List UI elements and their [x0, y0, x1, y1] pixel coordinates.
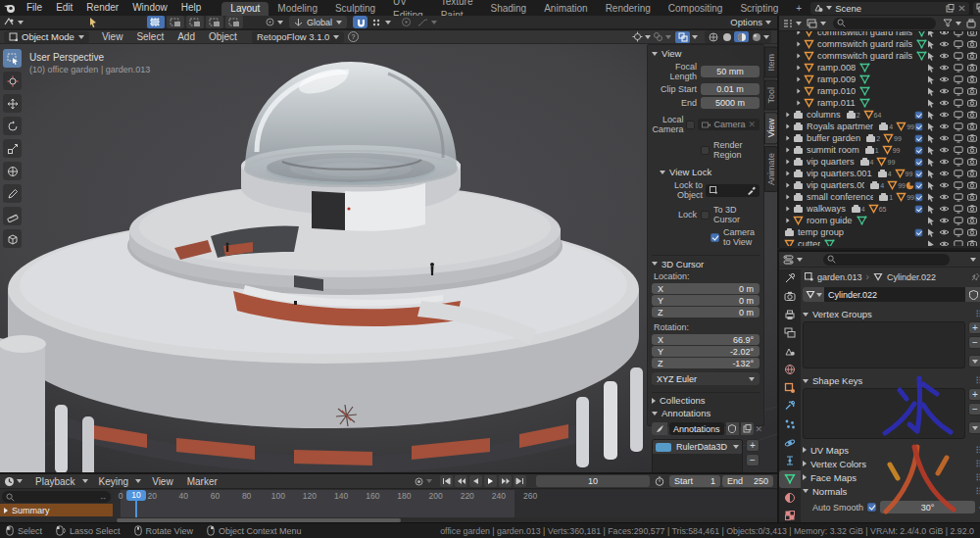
disable-viewport-icon[interactable] — [954, 240, 963, 247]
fake-user-icon[interactable] — [726, 422, 739, 435]
viewport-menu-object[interactable]: Object — [202, 30, 244, 44]
disable-viewport-icon[interactable] — [954, 170, 963, 178]
timeline-ruler[interactable]: 020406080100120140160180200220240260 — [113, 490, 777, 502]
hide-eye-icon[interactable] — [939, 170, 950, 177]
selectable-icon[interactable] — [927, 122, 935, 131]
disable-render-icon[interactable] — [967, 205, 977, 213]
playhead-line[interactable]: 10 — [135, 490, 137, 517]
outliner-item-label[interactable]: ramp.010 — [817, 86, 856, 96]
cursor-rotation-x-field[interactable]: X66.9° — [652, 334, 760, 345]
disable-render-icon[interactable] — [967, 170, 977, 177]
properties-tab-output[interactable] — [779, 306, 801, 323]
outliner-row[interactable]: buffer garden299 — [779, 132, 980, 144]
disable-render-icon[interactable] — [967, 134, 977, 142]
outliner-row[interactable]: commswitch guard rails.014 — [779, 50, 980, 62]
timeline-track-area[interactable]: 020406080100120140160180200220240260 10 — [113, 490, 777, 517]
outliner-item-label[interactable]: vip quarters.002 — [807, 180, 864, 190]
expand-icon[interactable] — [786, 124, 789, 129]
new-collection-icon[interactable] — [966, 19, 977, 28]
disable-render-icon[interactable] — [967, 111, 977, 119]
chevron-down-icon[interactable] — [692, 35, 698, 39]
workspace-tab-modeling[interactable]: Modeling — [269, 2, 326, 16]
outliner-row[interactable]: room guide — [779, 215, 980, 226]
tool-transform-button[interactable] — [3, 162, 22, 180]
disable-render-icon[interactable] — [967, 75, 977, 83]
outliner-item-label[interactable]: temp group — [798, 227, 844, 237]
disable-viewport-icon[interactable] — [954, 228, 963, 237]
annotation-datablock-icon[interactable] — [652, 422, 667, 435]
chevron-down-icon[interactable] — [796, 22, 802, 25]
expand-icon[interactable] — [797, 77, 800, 82]
menu-file[interactable]: File — [20, 0, 49, 16]
menu-edit[interactable]: Edit — [49, 0, 79, 16]
chevron-down-icon[interactable] — [426, 479, 432, 483]
view-layer-selector[interactable]: View Layer ✕ — [973, 2, 980, 15]
disable-viewport-icon[interactable] — [954, 64, 963, 73]
workspace-tab-animation[interactable]: Animation — [535, 2, 596, 16]
remove-shape-key-button[interactable]: − — [968, 403, 980, 416]
properties-tab-render[interactable] — [779, 288, 801, 306]
hide-eye-icon[interactable] — [939, 134, 950, 142]
outliner-item-label[interactable]: summit room — [807, 145, 859, 155]
timeline-menu-view[interactable]: View — [145, 474, 180, 489]
properties-tab-physics[interactable] — [779, 434, 801, 452]
properties-tab-scene[interactable] — [779, 343, 801, 361]
xray-toggle-icon[interactable] — [675, 31, 690, 43]
jump-to-start-button[interactable] — [440, 475, 453, 487]
disable-viewport-icon[interactable] — [954, 75, 963, 84]
outliner-search-input[interactable] — [833, 18, 936, 29]
collection-checkbox[interactable] — [915, 205, 923, 213]
annotation-layer-row[interactable]: RulerData3D — [653, 440, 742, 454]
display-mode-icon[interactable] — [807, 19, 817, 28]
expand-icon[interactable] — [786, 207, 789, 212]
properties-tab-world[interactable] — [779, 361, 801, 378]
vertex-colors-panel-header[interactable]: Vertex Colors⠿ — [803, 457, 980, 470]
outliner-row[interactable]: vip quarters.001499 — [779, 168, 980, 179]
snap-magnet-icon[interactable] — [353, 16, 368, 28]
workspace-tab-shading[interactable]: Shading — [481, 2, 535, 16]
disable-render-icon[interactable] — [967, 228, 977, 236]
selectable-icon[interactable] — [927, 240, 935, 247]
pin-icon[interactable] — [971, 272, 980, 281]
mesh-datablock-menu[interactable] — [803, 287, 824, 302]
frame-start-field[interactable]: Start1 — [669, 475, 720, 487]
shape-keys-list[interactable] — [803, 388, 965, 439]
workspace-tab-rendering[interactable]: Rendering — [597, 2, 660, 16]
chevron-down-icon[interactable] — [820, 22, 826, 25]
selectable-icon[interactable] — [927, 205, 935, 214]
view-lock-subpanel-header[interactable]: View Lock — [660, 166, 760, 178]
chevron-down-icon[interactable] — [797, 258, 803, 262]
mesh-datablock-name[interactable]: Cylinder.022 — [824, 287, 965, 302]
timeline-menu-keying[interactable]: Keying — [92, 474, 136, 489]
editor-type-outliner-icon[interactable] — [782, 19, 793, 28]
view-panel-header[interactable]: View — [652, 47, 760, 60]
gizmos-toggle-icon[interactable] — [632, 31, 643, 42]
hide-eye-icon[interactable] — [939, 228, 950, 236]
to-3d-cursor-checkbox[interactable] — [701, 211, 710, 220]
selectable-icon[interactable] — [927, 158, 935, 167]
proportional-editing-icon[interactable] — [399, 17, 414, 27]
active-tool-icon[interactable] — [84, 16, 102, 28]
expand-icon[interactable] — [797, 89, 800, 94]
auto-smooth-checkbox[interactable] — [867, 503, 876, 512]
disable-viewport-icon[interactable] — [954, 193, 963, 202]
play-reverse-button[interactable] — [469, 475, 482, 487]
hide-eye-icon[interactable] — [939, 64, 950, 72]
cursor-location-z-field[interactable]: Z0 m — [652, 307, 760, 318]
viewport-menu-select[interactable]: Select — [129, 30, 171, 44]
disable-viewport-icon[interactable] — [954, 87, 963, 96]
select-mode-subtract-icon[interactable] — [186, 16, 204, 28]
disable-viewport-icon[interactable] — [954, 31, 963, 37]
disable-viewport-icon[interactable] — [954, 99, 963, 108]
collection-checkbox[interactable] — [915, 134, 923, 142]
outliner-item-label[interactable]: ramp.009 — [817, 74, 856, 84]
properties-tab-object-data[interactable] — [779, 470, 801, 488]
outliner-row[interactable]: vip quarters.002499 — [779, 179, 980, 191]
outliner-row[interactable]: vip quarters499 — [779, 156, 980, 168]
editor-type-properties-icon[interactable] — [783, 255, 794, 265]
cursor-location-x-field[interactable]: X0 m — [652, 283, 760, 294]
n-panel-tab-view[interactable]: View — [764, 112, 778, 144]
chevron-down-icon[interactable] — [970, 258, 976, 262]
chevron-down-icon[interactable] — [956, 22, 961, 25]
new-datablock-icon[interactable] — [741, 422, 754, 435]
